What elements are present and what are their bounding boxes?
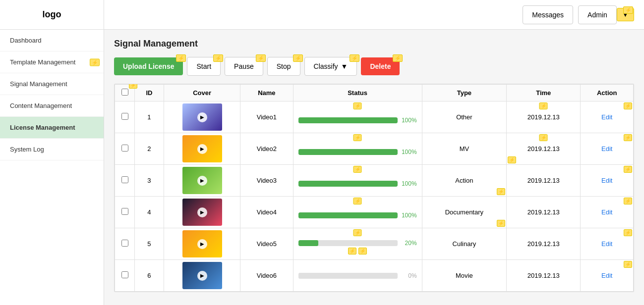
thumbnail-1: ▶: [182, 103, 222, 131]
classify-dropdown-icon: ▼: [341, 62, 348, 70]
main-content: Messages Admin ▼ ⚡ Signal Management Upl…: [104, 0, 644, 305]
admin-wrap: Admin ▼ ⚡: [578, 5, 634, 24]
messages-button[interactable]: Messages: [523, 5, 573, 24]
edit-button-5[interactable]: Edit: [601, 240, 612, 248]
stop-button[interactable]: Stop ⚡: [267, 57, 300, 76]
start-button[interactable]: Start ⚡: [187, 57, 221, 76]
edit-button-2[interactable]: Edit: [601, 145, 612, 152]
row-checkbox-5[interactable]: [121, 240, 128, 247]
sidebar-item-license-management[interactable]: License Management: [0, 117, 104, 139]
play-icon-4: ▶: [197, 207, 207, 217]
progress-label-1: 100%: [400, 117, 417, 124]
status-badge-top-1: ⚡: [353, 102, 362, 109]
select-all-checkbox[interactable]: [121, 89, 128, 96]
classify-button[interactable]: Classify ▼ ⚡: [304, 57, 357, 76]
status-badge-top-5: ⚡: [353, 229, 362, 236]
sidebar-item-template-management[interactable]: Template Management ⚡: [0, 51, 104, 73]
progress-fill-1: [298, 117, 398, 123]
row-time: 2019.12.13: [507, 260, 581, 292]
row-action: Edit ⚡: [581, 260, 634, 292]
upload-license-badge: ⚡: [176, 54, 186, 62]
row-time: 2019.12.13: [507, 165, 581, 197]
sidebar: logo Dashboard Template Management ⚡ Sig…: [0, 0, 104, 305]
row-type: Documentary ⚡: [422, 197, 506, 228]
play-icon-5: ▶: [197, 239, 207, 249]
row-action: Edit ⚡: [581, 197, 634, 228]
row-time: 2019.12.13: [507, 197, 581, 228]
col-name: Name: [240, 85, 293, 102]
start-badge: ⚡: [213, 54, 223, 62]
edit-button-3[interactable]: Edit: [601, 177, 612, 184]
action-badge-2: ⚡: [624, 134, 632, 141]
table-row: 5 ▶ Video5 ⚡ 20% ⚡⚡ Culinary 2019.12.13: [115, 228, 634, 260]
content-area: Signal Management Upload License ⚡ Start…: [104, 30, 644, 305]
time-value-6: 2019.12.13: [527, 272, 560, 279]
row-name: Video2: [240, 133, 293, 165]
row-status: ⚡ 100%: [293, 165, 422, 197]
time-value-4: 2019.12.13: [527, 208, 560, 216]
row-id: 5: [135, 228, 164, 260]
progress-label-2: 100%: [400, 149, 417, 155]
row-type: Movie: [422, 260, 506, 292]
progress-bg-5: [298, 240, 398, 246]
pause-button[interactable]: Pause ⚡: [225, 57, 263, 76]
row-checkbox-2[interactable]: [121, 145, 128, 152]
row-action: Edit ⚡: [581, 102, 634, 133]
row-type: Action ⚡: [422, 165, 506, 197]
row-action: Edit ⚡: [581, 228, 634, 260]
action-badge-4: ⚡: [624, 198, 632, 204]
sidebar-item-content-management[interactable]: Content Management: [0, 95, 104, 117]
admin-button[interactable]: Admin: [578, 5, 617, 24]
progress-fill-5: [298, 240, 318, 246]
row-name: Video4: [240, 197, 293, 228]
header: Messages Admin ▼ ⚡: [104, 0, 644, 30]
table-row: 1 ▶ Video1 ⚡ 100% Other ⚡ 2019.12.13: [115, 102, 634, 133]
status-badge-top-2: ⚡: [353, 134, 362, 141]
pause-badge: ⚡: [256, 54, 266, 62]
row-cover: ▶: [164, 133, 240, 165]
action-badge-1: ⚡: [624, 102, 632, 109]
status-badge-top-3: ⚡: [353, 166, 362, 173]
play-icon-3: ▶: [197, 176, 207, 186]
table-row: 3 ▶ Video3 ⚡ 100% Action ⚡ 2019.12.13: [115, 165, 634, 197]
edit-button-6[interactable]: Edit: [601, 272, 612, 279]
thumbnail-3: ▶: [182, 167, 222, 194]
progress-bg-4: [298, 212, 398, 218]
type-badge-4: ⚡: [497, 220, 505, 227]
row-checkbox-3[interactable]: [121, 176, 128, 183]
template-management-badge: ⚡: [90, 58, 100, 66]
type-badge-3: ⚡: [497, 188, 505, 195]
delete-button[interactable]: Delete ⚡: [361, 57, 400, 75]
row-id: 1: [135, 102, 164, 133]
row-checkbox-1[interactable]: [121, 113, 128, 120]
row-checkbox-4[interactable]: [121, 208, 128, 215]
table-row: 6 ▶ Video6 0% Movie 2019.12.13: [115, 260, 634, 292]
progress-fill-3: [298, 181, 398, 187]
edit-button-4[interactable]: Edit: [601, 208, 612, 216]
row-id: 6: [135, 260, 164, 292]
classify-badge: ⚡: [350, 54, 359, 62]
time-value-1: 2019.12.13: [527, 113, 560, 121]
sidebar-item-signal-management[interactable]: Signal Management: [0, 73, 104, 95]
progress-bg-3: [298, 181, 398, 187]
row-id: 3: [135, 165, 164, 197]
time-value-5: 2019.12.13: [527, 240, 560, 248]
action-badge-3: ⚡: [624, 166, 632, 173]
play-icon-2: ▶: [197, 144, 207, 154]
admin-badge: ⚡: [623, 6, 633, 14]
edit-button-1[interactable]: Edit: [601, 113, 612, 121]
row-checkbox-6[interactable]: [121, 271, 128, 278]
sidebar-item-system-log[interactable]: System Log: [0, 139, 104, 160]
table-header-checkbox: ⚡: [115, 85, 135, 102]
sidebar-item-dashboard[interactable]: Dashboard: [0, 30, 104, 51]
upload-license-button[interactable]: Upload License ⚡: [114, 57, 183, 75]
row-name: Video1: [240, 102, 293, 133]
row-status: ⚡ 100%: [293, 102, 422, 133]
row-id: 2: [135, 133, 164, 165]
row-cover: ▶: [164, 228, 240, 260]
row-time: 2019.12.13: [507, 228, 581, 260]
thumbnail-5: ▶: [182, 230, 222, 257]
stop-badge: ⚡: [293, 54, 303, 62]
row-checkbox-cell: [115, 260, 135, 292]
row-status: ⚡ 20% ⚡⚡: [293, 228, 422, 260]
